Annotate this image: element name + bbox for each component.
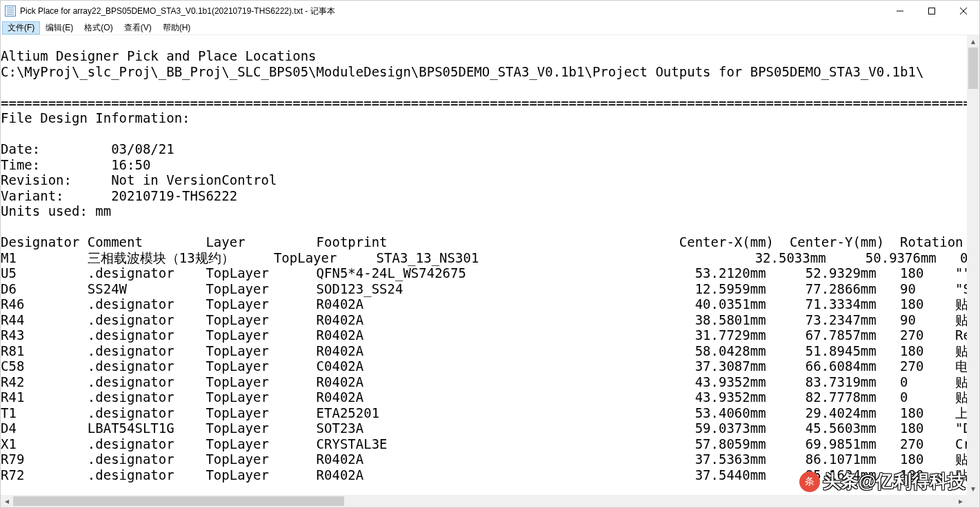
scroll-down-button[interactable]: ▾	[967, 482, 979, 495]
close-button[interactable]	[948, 1, 979, 21]
scrollbar-corner	[967, 495, 979, 507]
svg-rect-1	[929, 8, 935, 14]
horizontal-scrollbar[interactable]: ◂ ▸	[1, 495, 967, 507]
horizontal-scroll-thumb[interactable]	[13, 496, 344, 506]
titlebar: Pick Place for array22_BPS05DEMO_STA3_V0…	[1, 1, 979, 21]
minimize-button[interactable]	[884, 1, 916, 21]
menu-edit[interactable]: 编辑(E)	[40, 21, 79, 34]
window-controls	[884, 1, 979, 21]
maximize-button[interactable]	[916, 1, 948, 21]
menu-help[interactable]: 帮助(H)	[157, 21, 197, 34]
text-content[interactable]: Altium Designer Pick and Place Locations…	[1, 48, 967, 482]
menu-format[interactable]: 格式(O)	[79, 21, 118, 34]
vertical-scroll-thumb[interactable]	[968, 48, 978, 89]
minimize-icon	[897, 8, 903, 14]
scroll-right-button[interactable]: ▸	[954, 495, 967, 507]
notepad-icon	[5, 6, 16, 17]
menu-file[interactable]: 文件(F)	[2, 21, 40, 34]
menubar: 文件(F) 编辑(E) 格式(O) 查看(V) 帮助(H)	[1, 21, 979, 35]
close-icon	[960, 8, 967, 14]
window-title: Pick Place for array22_BPS05DEMO_STA3_V0…	[20, 6, 884, 17]
menu-view[interactable]: 查看(V)	[119, 21, 157, 34]
vertical-scrollbar[interactable]: ▴ ▾	[967, 35, 979, 495]
scroll-up-button[interactable]: ▴	[967, 35, 979, 48]
scroll-left-button[interactable]: ◂	[1, 495, 13, 507]
text-area[interactable]: Altium Designer Pick and Place Locations…	[1, 35, 967, 495]
maximize-icon	[928, 8, 935, 14]
